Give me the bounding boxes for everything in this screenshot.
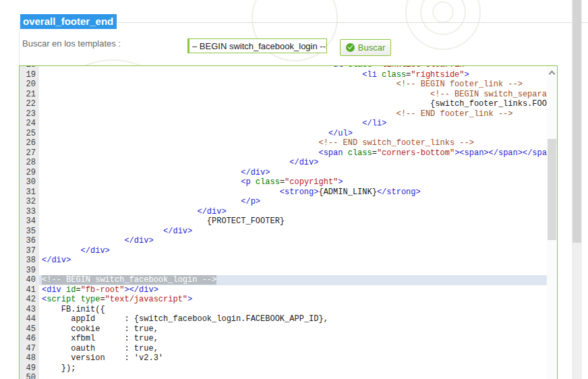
code-line[interactable]: </ul> xyxy=(39,129,547,139)
line-number: 27 xyxy=(20,148,39,158)
page-scrollbar-thumb[interactable] xyxy=(572,0,581,243)
code-lines: <ul class="linklist clearfix"> <li class… xyxy=(39,66,547,379)
template-search-input[interactable] xyxy=(187,38,327,53)
code-line[interactable]: </li> xyxy=(39,119,547,129)
page-scrollbar[interactable] xyxy=(572,0,582,379)
line-number: 50 xyxy=(20,373,39,379)
template-code-editor[interactable]: 1819202122232425262728293031323334353637… xyxy=(19,65,558,379)
code-line[interactable]: <!-- END footer_link --> xyxy=(39,109,547,119)
line-numbers: 1819202122232425262728293031323334353637… xyxy=(20,66,39,379)
line-number: 30 xyxy=(20,177,39,187)
line-number: 45 xyxy=(20,324,39,334)
code-line[interactable]: </div> xyxy=(39,246,547,256)
background-swirl xyxy=(432,1,454,23)
line-number: 29 xyxy=(20,168,39,178)
code-line[interactable]: version : 'v2.3' xyxy=(39,353,547,363)
code-line[interactable]: }); xyxy=(39,363,547,374)
page-title: overall_footer_end xyxy=(20,14,117,29)
code-line[interactable]: oauth : true, xyxy=(39,344,547,354)
line-number: 33 xyxy=(20,207,39,217)
code-line[interactable]: <strong>{ADMIN_LINK}</strong> xyxy=(39,187,547,198)
code-line[interactable]: </div> xyxy=(39,158,547,168)
code-line[interactable]: </div> xyxy=(39,227,547,237)
line-number: 42 xyxy=(20,295,39,305)
editor-scrollbar[interactable] xyxy=(547,66,557,379)
code-line[interactable]: <!-- BEGIN switch_separator --> &bull; <… xyxy=(39,90,547,100)
line-number: 19 xyxy=(20,70,39,80)
line-number: 22 xyxy=(20,99,39,109)
code-line-selected[interactable]: <!-- BEGIN switch_facebook_login --> xyxy=(39,275,547,285)
line-number: 34 xyxy=(20,216,39,227)
code-line[interactable]: <p class="copyright"> xyxy=(39,177,547,187)
code-line[interactable]: cookie : true, xyxy=(39,324,547,334)
code-line[interactable]: </div> xyxy=(39,256,547,266)
line-number: 47 xyxy=(20,344,39,354)
line-number: 26 xyxy=(20,138,39,148)
line-number: 25 xyxy=(20,129,39,139)
line-number: 43 xyxy=(20,305,39,315)
code-line[interactable]: {switch_footer_links.FOOTER_LINK} xyxy=(39,99,547,109)
search-label: Buscar en los templates : xyxy=(22,38,121,49)
line-number: 39 xyxy=(20,266,39,276)
code-line[interactable]: xfbml : true, xyxy=(39,334,547,344)
code-area[interactable]: <ul class="linklist clearfix"> <li class… xyxy=(39,66,547,379)
line-number: 38 xyxy=(20,256,39,266)
code-line[interactable]: <span class="corners-bottom"><span></spa… xyxy=(39,148,547,158)
buscar-button[interactable]: Buscar xyxy=(340,39,391,56)
line-number: 40 xyxy=(20,275,39,285)
code-line[interactable]: </div> xyxy=(39,168,547,178)
line-number: 23 xyxy=(20,109,39,119)
line-number: 36 xyxy=(20,236,39,246)
code-line[interactable] xyxy=(39,373,547,379)
line-number: 41 xyxy=(20,285,39,295)
code-line[interactable]: <div id="fb-root"></div> xyxy=(39,285,547,295)
code-line[interactable]: <ul class="linklist clearfix"> xyxy=(39,66,547,70)
line-number: 46 xyxy=(20,334,39,344)
code-line[interactable]: </p> xyxy=(39,197,547,207)
line-number: 37 xyxy=(20,246,39,256)
code-line[interactable] xyxy=(39,266,547,276)
line-number: 48 xyxy=(20,353,39,363)
code-line[interactable]: <script type="text/javascript"> xyxy=(39,295,547,305)
line-number: 24 xyxy=(20,119,39,129)
code-line[interactable]: </div> xyxy=(39,207,547,217)
line-number: 20 xyxy=(20,80,39,90)
code-line[interactable]: {PROTECT_FOOTER} xyxy=(39,216,547,227)
code-line[interactable]: <li class="rightside"> xyxy=(39,70,547,80)
line-number-gutter: 1819202122232425262728293031323334353637… xyxy=(20,66,39,379)
code-line[interactable]: appId : {switch_facebook_login.FACEBOOK_… xyxy=(39,314,547,324)
buscar-button-label: Buscar xyxy=(358,42,385,53)
line-number: 28 xyxy=(20,158,39,168)
chevron-up-icon[interactable] xyxy=(547,68,557,78)
line-number: 31 xyxy=(20,187,39,198)
line-number: 35 xyxy=(20,227,39,237)
code-line[interactable]: FB.init({ xyxy=(39,305,547,315)
code-line[interactable]: </div> xyxy=(39,236,547,246)
line-number: 44 xyxy=(20,314,39,324)
line-number: 21 xyxy=(20,90,39,100)
check-circle-icon xyxy=(346,43,355,52)
line-number: 49 xyxy=(20,363,39,374)
editor-scrollbar-thumb[interactable] xyxy=(548,139,556,240)
code-line[interactable]: <!-- BEGIN footer_link --> xyxy=(39,80,547,90)
line-number: 32 xyxy=(20,197,39,207)
code-line[interactable]: <!-- END switch_footer_links --> xyxy=(39,138,547,148)
